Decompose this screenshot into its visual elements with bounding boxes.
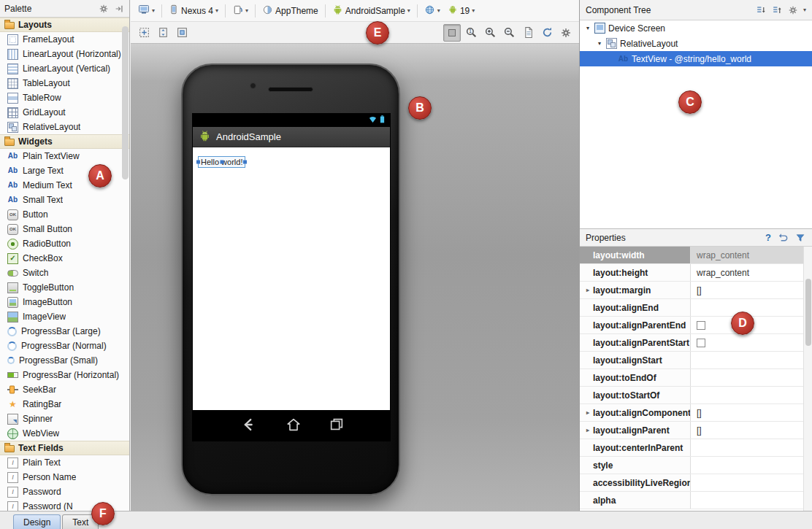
api-version-selector[interactable]: 19 ▾ — [445, 3, 478, 18]
palette-item-radiobutton[interactable]: RadioButton — [0, 236, 129, 251]
property-value[interactable]: [] — [691, 282, 812, 298]
gear-icon[interactable] — [98, 3, 110, 15]
undo-icon[interactable] — [777, 232, 789, 244]
palette-item-switch[interactable]: Switch — [0, 266, 129, 280]
property-value[interactable] — [691, 439, 812, 456]
property-row-layout-alignparent[interactable]: ▸ layout:alignParent [] — [580, 422, 812, 439]
property-row-layout-alignend[interactable]: ▸ layout:alignEnd — [580, 299, 812, 317]
property-value[interactable] — [691, 352, 812, 368]
collapse-all-icon[interactable] — [771, 4, 783, 16]
property-row-layout-alignparentstart[interactable]: ▸ layout:alignParentStart — [580, 334, 812, 352]
palette-item-seekbar[interactable]: SeekBar — [0, 382, 129, 397]
orientation-selector[interactable]: ▾ — [229, 3, 251, 19]
property-value[interactable]: [] — [691, 422, 812, 439]
palette-item-framelayout[interactable]: FrameLayout — [0, 32, 129, 47]
tab-design[interactable]: Design — [13, 514, 61, 529]
property-value[interactable] — [691, 299, 812, 316]
expand-arrow-icon[interactable]: ▸ — [584, 427, 591, 433]
palette-item-person-name[interactable]: Person Name — [0, 470, 129, 484]
property-row-alpha[interactable]: ▸ alpha — [580, 492, 812, 509]
property-value[interactable] — [691, 474, 812, 491]
tree-settings-gear-icon[interactable] — [787, 4, 799, 16]
property-value[interactable] — [691, 492, 812, 509]
configuration-selector[interactable]: ▾ — [135, 2, 158, 19]
palette-item-linearlayout-vertical[interactable]: LinearLayout (Vertical) — [0, 61, 129, 76]
property-row-layout-width[interactable]: ▸ layout:width wrap_content — [580, 247, 812, 264]
property-value[interactable]: wrap_content — [691, 247, 812, 263]
palette-item-progressbar-horizontal[interactable]: ProgressBar (Horizontal) — [0, 368, 129, 382]
zoom-out-button[interactable] — [500, 24, 518, 42]
export-image-button[interactable] — [519, 24, 537, 42]
frame-screenshot-button[interactable] — [173, 24, 191, 42]
scrollbar-thumb[interactable] — [805, 279, 811, 346]
property-row-layout-height[interactable]: ▸ layout:height wrap_content — [580, 264, 812, 282]
tree-node-textview-string-hello-world[interactable]: ▾ TextView - @string/hello_world — [580, 51, 812, 66]
palette-item-plain-text[interactable]: Plain Text — [0, 455, 129, 470]
property-row-accessibilityliveregion[interactable]: ▸ accessibilityLiveRegion — [580, 474, 812, 492]
palette-item-small-button[interactable]: Small Button — [0, 222, 129, 236]
palette-item-imageview[interactable]: ImageView — [0, 309, 129, 324]
selection-handle-left[interactable] — [196, 161, 200, 164]
palette-item-imagebutton[interactable]: ImageButton — [0, 295, 129, 309]
property-row-layout-aligncomponent[interactable]: ▸ layout:alignComponent [] — [580, 404, 812, 422]
palette-item-ratingbar[interactable]: RatingBar — [0, 397, 129, 412]
property-row-layout-toendof[interactable]: ▸ layout:toEndOf — [580, 369, 812, 387]
adjust-height-button[interactable] — [154, 24, 172, 42]
zoom-to-fit-button[interactable] — [135, 24, 153, 42]
tree-node-relativelayout[interactable]: ▾ RelativeLayout — [580, 36, 812, 51]
expand-all-icon[interactable] — [755, 4, 767, 16]
palette-item-relativelayout[interactable]: RelativeLayout — [0, 120, 129, 134]
palette-section-layouts[interactable]: Layouts — [0, 18, 129, 32]
palette-item-spinner[interactable]: Spinner — [0, 412, 129, 426]
palette-section-widgets[interactable]: Widgets — [0, 134, 129, 149]
palette-item-togglebutton[interactable]: ToggleButton — [0, 280, 129, 295]
checkbox[interactable] — [697, 339, 705, 347]
palette-section-text-fields[interactable]: Text Fields — [0, 441, 129, 455]
palette-item-checkbox[interactable]: CheckBox — [0, 251, 129, 266]
expand-arrow-icon[interactable]: ▾ — [596, 40, 603, 47]
palette-item-tablerow[interactable]: TableRow — [0, 90, 129, 105]
palette-item-webview[interactable]: WebView — [0, 426, 129, 441]
property-row-layout-centerinparent[interactable]: ▸ layout:centerInParent — [580, 439, 812, 457]
device-selector[interactable]: Nexus 4 ▾ — [166, 3, 221, 18]
chevron-down-icon[interactable]: ▾ — [803, 7, 806, 13]
property-row-layout-margin[interactable]: ▸ layout:margin [] — [580, 282, 812, 299]
checkbox[interactable] — [697, 321, 705, 330]
settings-gear-icon[interactable] — [557, 24, 575, 42]
property-row-layout-alignparentend[interactable]: ▸ layout:alignParentEnd — [580, 317, 812, 334]
expand-arrow-icon[interactable]: ▸ — [584, 287, 591, 293]
layout-content-area[interactable]: Hello world! — [193, 147, 390, 410]
property-value[interactable] — [691, 334, 812, 351]
property-row-style[interactable]: ▸ style — [580, 457, 812, 474]
property-value[interactable] — [691, 369, 812, 386]
expand-arrow-icon[interactable]: ▾ — [584, 25, 591, 31]
refresh-button[interactable] — [538, 24, 556, 42]
zoom-actual-size-button[interactable]: 1 — [462, 24, 480, 42]
properties-scrollbar[interactable] — [803, 247, 812, 511]
palette-item-button[interactable]: Button — [0, 207, 129, 222]
property-value[interactable] — [691, 457, 812, 474]
palette-item-small-text[interactable]: Small Text — [0, 193, 129, 207]
render-mode-toggle-button[interactable] — [443, 24, 461, 42]
activity-selector[interactable]: AndroidSample ▾ — [329, 3, 413, 19]
zoom-in-button[interactable] — [481, 24, 499, 42]
theme-selector[interactable]: AppTheme — [259, 3, 321, 19]
palette-item-progressbar-small[interactable]: ProgressBar (Small) — [0, 353, 129, 368]
selection-handle-right[interactable] — [243, 161, 247, 164]
property-value[interactable]: [] — [691, 404, 812, 421]
help-icon[interactable]: ? — [765, 232, 771, 243]
filter-icon[interactable] — [794, 232, 806, 244]
property-row-layout-tostartof[interactable]: ▸ layout:toStartOf — [580, 387, 812, 404]
locale-selector[interactable]: ▾ — [421, 3, 443, 19]
palette-item-gridlayout[interactable]: GridLayout — [0, 105, 129, 120]
palette-item-tablelayout[interactable]: TableLayout — [0, 76, 129, 90]
palette-item-plain-textview[interactable]: Plain TextView — [0, 149, 129, 163]
expand-arrow-icon[interactable]: ▸ — [584, 409, 591, 416]
palette-item-progressbar-normal[interactable]: ProgressBar (Normal) — [0, 339, 129, 353]
property-value[interactable]: wrap_content — [691, 264, 812, 281]
hide-panel-icon[interactable] — [113, 3, 125, 15]
tree-node-device-screen[interactable]: ▾ Device Screen — [580, 20, 812, 36]
design-canvas[interactable]: AndroidSample Hello world! — [131, 44, 579, 511]
palette-item-progressbar-large[interactable]: ProgressBar (Large) — [0, 324, 129, 339]
property-row-layout-alignstart[interactable]: ▸ layout:alignStart — [580, 352, 812, 369]
